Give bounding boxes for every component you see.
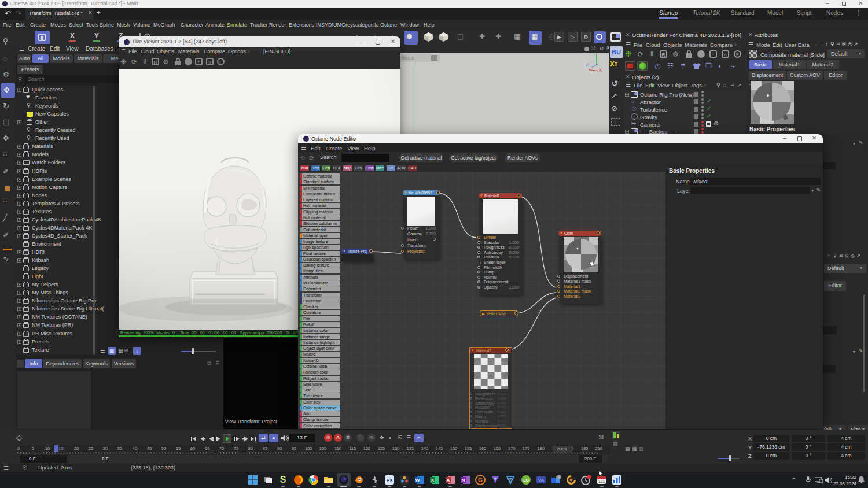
svg-text:S: S xyxy=(280,475,286,485)
svg-text:G: G xyxy=(478,477,483,483)
svg-text:N: N xyxy=(462,478,465,483)
svg-text:W: W xyxy=(415,478,420,483)
svg-text:7: 7 xyxy=(558,475,560,479)
svg-text:A: A xyxy=(447,478,450,483)
svg-text:LG: LG xyxy=(523,478,529,482)
svg-text:121: 121 xyxy=(598,479,605,483)
svg-text:VA: VA xyxy=(538,478,545,483)
svg-text:Ps: Ps xyxy=(386,478,392,483)
svg-text:X: X xyxy=(431,478,435,483)
